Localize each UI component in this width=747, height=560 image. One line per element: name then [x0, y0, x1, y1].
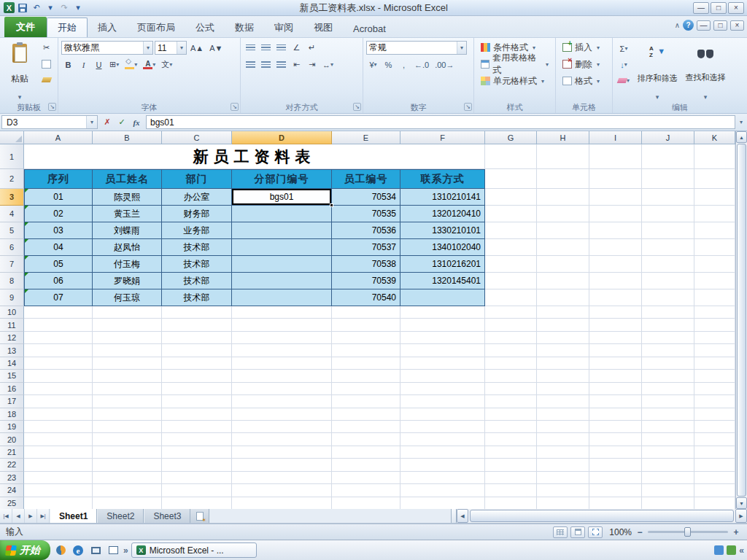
cell-K10[interactable]: [694, 306, 735, 319]
cell-G6[interactable]: [485, 239, 537, 256]
cell-D7[interactable]: [232, 256, 332, 273]
cell-A19[interactable]: [24, 421, 93, 433]
cell-K4[interactable]: [694, 206, 735, 222]
cell-C7[interactable]: 技术部: [162, 256, 232, 273]
align-bottom-button[interactable]: [274, 41, 288, 55]
cell-G10[interactable]: [485, 306, 537, 319]
redo-button[interactable]: ↷: [58, 2, 70, 14]
cell-J23[interactable]: [642, 472, 694, 484]
cell-H6[interactable]: [537, 239, 589, 256]
cell-F4[interactable]: 1320120410: [400, 206, 485, 222]
cell-I3[interactable]: [589, 189, 642, 206]
cell-D24[interactable]: [232, 484, 332, 497]
cell-H1[interactable]: [537, 144, 589, 169]
cell-B22[interactable]: [93, 459, 162, 471]
cell-C9[interactable]: 技术部: [162, 289, 232, 306]
workbook-minimize-button[interactable]: —: [697, 20, 711, 31]
cell-E13[interactable]: [332, 344, 400, 357]
row-header-16[interactable]: 16: [0, 383, 24, 395]
cell-J14[interactable]: [642, 357, 694, 370]
tab-file[interactable]: 文件: [4, 17, 47, 37]
tab-acrobat[interactable]: Acrobat: [343, 20, 396, 37]
column-header-G[interactable]: G: [485, 131, 537, 144]
tab-split-handle[interactable]: [451, 509, 457, 523]
cell-J19[interactable]: [642, 421, 694, 433]
tray-icon-1[interactable]: [714, 545, 724, 555]
cell-J18[interactable]: [642, 408, 694, 421]
cell-K17[interactable]: [694, 395, 735, 408]
cell-G14[interactable]: [485, 357, 537, 370]
cell-C22[interactable]: [162, 459, 232, 471]
row-header-2[interactable]: 2: [0, 169, 24, 189]
cell-E5[interactable]: 70536: [332, 222, 400, 239]
cell-A22[interactable]: [24, 459, 93, 471]
cell-G13[interactable]: [485, 344, 537, 357]
cell-K15[interactable]: [694, 370, 735, 382]
cell-B7[interactable]: 付玉梅: [93, 256, 162, 273]
cell-C19[interactable]: [162, 421, 232, 433]
zoom-level[interactable]: 100%: [605, 527, 632, 537]
cell-C11[interactable]: [162, 319, 232, 331]
paste-button[interactable]: 粘贴 ▾: [3, 41, 36, 102]
cell-K2[interactable]: [694, 169, 735, 189]
cell-A8[interactable]: 06: [24, 273, 93, 289]
cell-D9[interactable]: [232, 289, 332, 306]
bold-button[interactable]: B: [61, 58, 75, 71]
row-header-5[interactable]: 5: [0, 222, 24, 239]
last-sheet-button[interactable]: ▶|: [37, 509, 50, 523]
cell-E7[interactable]: 70538: [332, 256, 400, 273]
cell-H23[interactable]: [537, 472, 589, 484]
cell-A7[interactable]: 05: [24, 256, 93, 273]
column-header-J[interactable]: J: [642, 131, 694, 144]
qat-customize-button[interactable]: ▾: [72, 2, 84, 14]
start-button[interactable]: 开始: [0, 540, 50, 560]
cell-A15[interactable]: [24, 370, 93, 382]
cell-J12[interactable]: [642, 332, 694, 344]
cell-C17[interactable]: [162, 395, 232, 408]
cell-I12[interactable]: [589, 332, 642, 344]
cell-G22[interactable]: [485, 459, 537, 471]
cell-G11[interactable]: [485, 319, 537, 331]
taskbar-excel-item[interactable]: XMicrosoft Excel - ...: [131, 542, 257, 558]
cell-styles-button[interactable]: 单元格样式▾: [477, 73, 552, 89]
row-header-13[interactable]: 13: [0, 344, 24, 357]
cell-B16[interactable]: [93, 383, 162, 395]
cell-J2[interactable]: [642, 169, 694, 189]
cell-C6[interactable]: 技术部: [162, 239, 232, 256]
cell-D25[interactable]: [232, 497, 332, 509]
cell-C13[interactable]: [162, 344, 232, 357]
row-header-21[interactable]: 21: [0, 446, 24, 459]
cell-K24[interactable]: [694, 484, 735, 497]
increase-font-button[interactable]: A▲: [188, 41, 206, 55]
maximize-button[interactable]: □: [711, 2, 727, 14]
font-size-dropdown-icon[interactable]: ▾: [177, 42, 186, 54]
cell-E25[interactable]: [332, 497, 400, 509]
fill-button[interactable]: ↓▾: [616, 58, 632, 71]
cell-I25[interactable]: [589, 497, 642, 509]
sort-filter-dropdown-icon[interactable]: ▾: [656, 95, 659, 99]
row-header-7[interactable]: 7: [0, 256, 24, 273]
cell-C4[interactable]: 财务部: [162, 206, 232, 222]
cell-I2[interactable]: [589, 169, 642, 189]
quick-launch-browser-icon[interactable]: e: [71, 543, 85, 558]
copy-button[interactable]: [39, 57, 53, 71]
cell-H11[interactable]: [537, 319, 589, 331]
tray-icon-2[interactable]: [727, 545, 736, 555]
cell-G1[interactable]: [485, 144, 537, 169]
cell-K7[interactable]: [694, 256, 735, 273]
zoom-out-button[interactable]: −: [635, 527, 645, 537]
row-header-4[interactable]: 4: [0, 206, 24, 222]
cell-J9[interactable]: [642, 289, 694, 306]
cell-C16[interactable]: [162, 383, 232, 395]
cell-F11[interactable]: [400, 319, 485, 331]
cell-H20[interactable]: [537, 433, 589, 446]
row-header-18[interactable]: 18: [0, 408, 24, 421]
cell-J6[interactable]: [642, 239, 694, 256]
cell-I20[interactable]: [589, 433, 642, 446]
cell-K13[interactable]: [694, 344, 735, 357]
cell-K1[interactable]: [694, 144, 735, 169]
save-button[interactable]: [17, 2, 28, 14]
find-select-button[interactable]: 查找和选择 ▾: [683, 41, 728, 102]
name-box-dropdown-icon[interactable]: ▾: [86, 116, 97, 128]
cell-F24[interactable]: [400, 484, 485, 497]
